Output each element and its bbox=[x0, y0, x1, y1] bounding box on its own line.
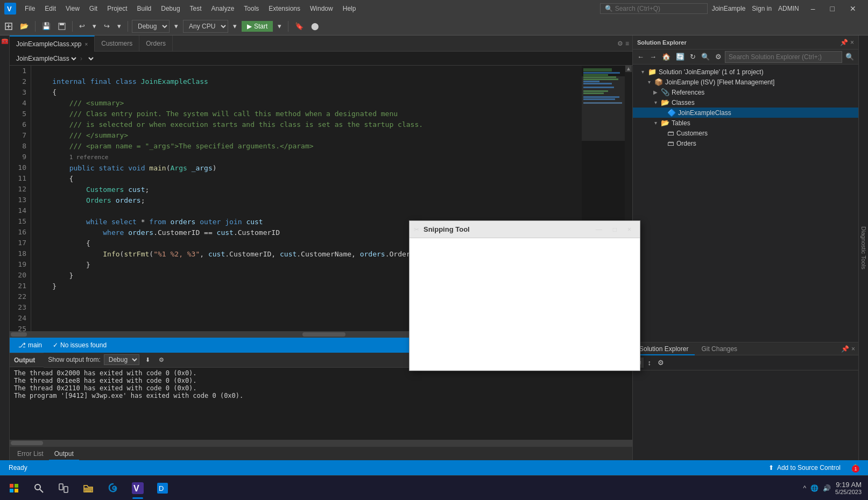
add-source-control[interactable]: ⬆ Add to Source Control bbox=[768, 464, 841, 472]
snipping-minimize[interactable]: — bbox=[591, 226, 606, 233]
search-box[interactable]: 🔍 bbox=[600, 3, 708, 14]
se-pin-icon[interactable]: 📌 bbox=[840, 39, 848, 46]
menu-window[interactable]: Window bbox=[306, 3, 337, 15]
redo-dropdown[interactable]: ▾ bbox=[115, 20, 124, 32]
minimize-button[interactable]: – bbox=[803, 0, 823, 17]
save-all-button[interactable] bbox=[55, 21, 68, 32]
start-dropdown[interactable]: ▾ bbox=[275, 20, 284, 32]
task-view-item[interactable] bbox=[52, 476, 75, 500]
bookmarks-button[interactable]: 🔖 bbox=[292, 20, 306, 32]
save-button[interactable]: 💾 bbox=[39, 20, 53, 32]
se-settings-button[interactable]: ⚙ bbox=[713, 52, 724, 62]
snipping-maximize[interactable]: □ bbox=[609, 226, 621, 233]
menu-view[interactable]: View bbox=[61, 3, 84, 15]
new-project-button[interactable] bbox=[2, 21, 15, 32]
menu-edit[interactable]: Edit bbox=[40, 3, 60, 15]
tree-orders[interactable]: 🗃 Orders bbox=[633, 138, 858, 148]
dynamics-item[interactable]: D bbox=[151, 476, 174, 500]
se-filter-button[interactable]: 🔍 bbox=[699, 52, 712, 62]
tab-join-example-class[interactable]: JoinExampleClass.xpp × bbox=[10, 35, 95, 52]
git-branch[interactable]: ⎇ main bbox=[16, 340, 44, 350]
search-taskbar-item[interactable] bbox=[27, 476, 51, 500]
clock[interactable]: 9:19 AM 5/25/2023 bbox=[835, 481, 862, 495]
tree-customers[interactable]: 🗃 Customers bbox=[633, 128, 858, 138]
classes-expand-arrow[interactable]: ▾ bbox=[652, 99, 659, 105]
menu-extensions[interactable]: Extensions bbox=[264, 3, 305, 15]
tree-join-example-class[interactable]: 🔷 JoinExampleClass bbox=[633, 108, 858, 118]
menu-analyze[interactable]: Analyze bbox=[207, 3, 239, 15]
snipping-close[interactable]: × bbox=[623, 226, 636, 233]
tables-expand-arrow[interactable]: ▾ bbox=[652, 120, 659, 126]
props-settings-btn[interactable]: ⚙ bbox=[655, 358, 666, 368]
references-expand-arrow[interactable]: ▶ bbox=[652, 89, 659, 95]
tree-references[interactable]: ▶ 📎 References bbox=[633, 87, 858, 97]
se-close-icon[interactable]: × bbox=[850, 39, 854, 46]
open-button[interactable]: 📂 bbox=[17, 20, 31, 32]
menu-git[interactable]: Git bbox=[85, 3, 102, 15]
se-home-button[interactable]: 🏠 bbox=[660, 52, 673, 62]
undo-button[interactable]: ↩ bbox=[76, 20, 88, 32]
search-input[interactable] bbox=[615, 5, 701, 12]
tab-settings-icon[interactable]: ⚙ bbox=[617, 40, 623, 47]
tree-solution[interactable]: ▾ 📁 Solution 'JoinEample' (1 of 1 projec… bbox=[633, 67, 858, 77]
se-forward-button[interactable]: → bbox=[647, 52, 659, 62]
maximize-button[interactable]: □ bbox=[823, 0, 842, 17]
no-issues[interactable]: ✓ No issues found bbox=[51, 340, 109, 350]
project-expand-arrow[interactable]: ▾ bbox=[646, 79, 652, 85]
toolbox-icon[interactable]: 🧰 bbox=[1, 38, 9, 45]
clear-output-button[interactable]: ⬇ bbox=[143, 355, 153, 365]
snipping-tool[interactable]: ✂ Snipping Tool — □ × bbox=[409, 220, 640, 371]
output-settings-button[interactable]: ⚙ bbox=[156, 355, 167, 365]
lr-tab-git-changes[interactable]: Git Changes bbox=[695, 342, 744, 355]
network-icon[interactable]: 🌐 bbox=[810, 484, 818, 492]
tree-classes[interactable]: ▾ 📂 Classes bbox=[633, 97, 858, 108]
notification-item[interactable]: 🔔 1 bbox=[849, 463, 862, 473]
sign-in[interactable]: Sign in bbox=[752, 5, 772, 12]
redo-button[interactable]: ↪ bbox=[101, 20, 112, 32]
tab-list-icon[interactable]: ≡ bbox=[625, 40, 629, 47]
undo-dropdown[interactable]: ▾ bbox=[90, 20, 99, 32]
menu-file[interactable]: File bbox=[20, 3, 39, 15]
member-select[interactable] bbox=[84, 54, 95, 63]
debug-config-dropdown[interactable]: Debug bbox=[132, 20, 170, 33]
lr-pin-icon[interactable]: 📌 bbox=[841, 345, 849, 353]
se-search-icon-btn[interactable]: 🔍 bbox=[843, 52, 856, 62]
admin-label[interactable]: ADMIN bbox=[778, 5, 799, 12]
se-refresh-button[interactable]: ↻ bbox=[688, 52, 698, 62]
tab-customers[interactable]: Customers bbox=[95, 35, 139, 52]
cpu-arrow[interactable]: ▾ bbox=[230, 20, 239, 32]
props-sort-btn[interactable]: ↕ bbox=[646, 358, 654, 368]
vs-taskbar-item[interactable]: V bbox=[126, 476, 150, 500]
cpu-dropdown[interactable]: Any CPU bbox=[183, 20, 228, 33]
se-sync-button[interactable]: 🔄 bbox=[674, 52, 687, 62]
se-back-button[interactable]: ← bbox=[635, 52, 646, 62]
lr-tab-solution-explorer[interactable]: Solution Explorer bbox=[633, 342, 695, 355]
output-source-dropdown[interactable]: Debug bbox=[104, 354, 139, 365]
file-explorer-item[interactable] bbox=[76, 476, 100, 500]
menu-tools[interactable]: Tools bbox=[239, 3, 263, 15]
close-button[interactable]: ✕ bbox=[842, 0, 864, 17]
menu-test[interactable]: Test bbox=[186, 3, 206, 15]
tab-orders[interactable]: Orders bbox=[139, 35, 173, 52]
menu-debug[interactable]: Debug bbox=[157, 3, 184, 15]
system-tray-up-icon[interactable]: ^ bbox=[803, 484, 806, 492]
output-scrollbar[interactable] bbox=[10, 440, 632, 446]
lr-close-icon[interactable]: × bbox=[851, 345, 855, 353]
start-button[interactable]: ▶ Start bbox=[242, 21, 273, 32]
class-select[interactable]: JoinExampleClass bbox=[14, 54, 78, 63]
close-tab-join[interactable]: × bbox=[84, 41, 88, 47]
menu-project[interactable]: Project bbox=[103, 3, 131, 15]
breakpoints-button[interactable]: ⬤ bbox=[308, 20, 322, 32]
volume-icon[interactable]: 🔊 bbox=[823, 484, 831, 492]
tab-actions[interactable]: ⚙ ≡ bbox=[614, 35, 632, 51]
solution-expand-arrow[interactable]: ▾ bbox=[639, 69, 646, 75]
tab-output[interactable]: Output bbox=[49, 447, 79, 461]
debug-config-arrow[interactable]: ▾ bbox=[172, 20, 181, 32]
tree-tables[interactable]: ▾ 📂 Tables bbox=[633, 118, 858, 128]
menu-build[interactable]: Build bbox=[133, 3, 156, 15]
output-content[interactable]: The thread 0x2000 has exited with code 0… bbox=[10, 367, 632, 440]
edge-item[interactable] bbox=[101, 476, 125, 500]
menu-help[interactable]: Help bbox=[338, 3, 361, 15]
se-search-input[interactable] bbox=[725, 51, 842, 63]
tree-project[interactable]: ▾ 📦 JoinEample (ISV) [Fleet Management] bbox=[633, 77, 858, 87]
